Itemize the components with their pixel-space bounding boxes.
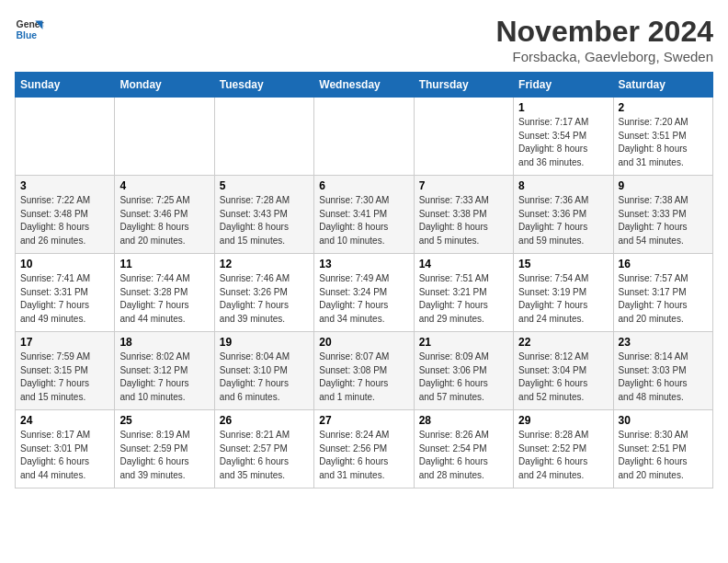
day-info: Sunrise: 8:12 AM Sunset: 3:04 PM Dayligh… bbox=[518, 350, 608, 404]
calendar-cell bbox=[414, 98, 513, 176]
calendar-week-row: 10Sunrise: 7:41 AM Sunset: 3:31 PM Dayli… bbox=[16, 254, 713, 332]
day-info: Sunrise: 7:51 AM Sunset: 3:21 PM Dayligh… bbox=[419, 272, 508, 326]
calendar-cell: 22Sunrise: 8:12 AM Sunset: 3:04 PM Dayli… bbox=[514, 332, 613, 410]
calendar-cell: 30Sunrise: 8:30 AM Sunset: 2:51 PM Dayli… bbox=[613, 410, 712, 488]
day-number: 20 bbox=[319, 336, 408, 349]
calendar-table: SundayMondayTuesdayWednesdayThursdayFrid… bbox=[15, 72, 713, 488]
calendar-cell: 4Sunrise: 7:25 AM Sunset: 3:46 PM Daylig… bbox=[115, 176, 214, 254]
day-number: 15 bbox=[518, 258, 608, 270]
calendar-cell: 26Sunrise: 8:21 AM Sunset: 2:57 PM Dayli… bbox=[214, 410, 313, 488]
calendar-cell: 23Sunrise: 8:14 AM Sunset: 3:03 PM Dayli… bbox=[613, 332, 712, 410]
day-info: Sunrise: 7:46 AM Sunset: 3:26 PM Dayligh… bbox=[220, 272, 309, 326]
calendar-cell: 28Sunrise: 8:26 AM Sunset: 2:54 PM Dayli… bbox=[414, 410, 513, 488]
day-number: 14 bbox=[419, 258, 508, 270]
day-number: 17 bbox=[20, 336, 109, 349]
day-number: 30 bbox=[619, 414, 708, 427]
day-info: Sunrise: 7:33 AM Sunset: 3:38 PM Dayligh… bbox=[419, 194, 508, 247]
calendar-cell: 11Sunrise: 7:44 AM Sunset: 3:28 PM Dayli… bbox=[115, 254, 214, 332]
page-header: General Blue November 2024 Forsbacka, Ga… bbox=[15, 15, 713, 64]
day-number: 9 bbox=[619, 179, 708, 192]
calendar-cell: 5Sunrise: 7:28 AM Sunset: 3:43 PM Daylig… bbox=[214, 176, 313, 254]
day-number: 1 bbox=[518, 101, 608, 114]
calendar-cell: 14Sunrise: 7:51 AM Sunset: 3:21 PM Dayli… bbox=[414, 254, 513, 332]
day-number: 2 bbox=[619, 101, 708, 114]
day-number: 21 bbox=[419, 336, 508, 349]
day-info: Sunrise: 8:07 AM Sunset: 3:08 PM Dayligh… bbox=[319, 350, 408, 404]
calendar-week-row: 24Sunrise: 8:17 AM Sunset: 3:01 PM Dayli… bbox=[16, 410, 713, 488]
calendar-cell: 21Sunrise: 8:09 AM Sunset: 3:06 PM Dayli… bbox=[414, 332, 513, 410]
weekday-header: Wednesday bbox=[314, 73, 414, 98]
weekday-header-row: SundayMondayTuesdayWednesdayThursdayFrid… bbox=[16, 73, 713, 98]
day-info: Sunrise: 7:41 AM Sunset: 3:31 PM Dayligh… bbox=[20, 272, 109, 326]
day-info: Sunrise: 7:49 AM Sunset: 3:24 PM Dayligh… bbox=[319, 272, 408, 326]
day-info: Sunrise: 7:28 AM Sunset: 3:43 PM Dayligh… bbox=[220, 194, 309, 247]
day-number: 16 bbox=[619, 258, 708, 270]
day-info: Sunrise: 7:59 AM Sunset: 3:15 PM Dayligh… bbox=[20, 350, 109, 404]
calendar-cell: 15Sunrise: 7:54 AM Sunset: 3:19 PM Dayli… bbox=[514, 254, 613, 332]
calendar-cell: 17Sunrise: 7:59 AM Sunset: 3:15 PM Dayli… bbox=[16, 332, 115, 410]
day-number: 29 bbox=[518, 414, 608, 427]
day-info: Sunrise: 8:14 AM Sunset: 3:03 PM Dayligh… bbox=[619, 350, 708, 404]
day-info: Sunrise: 7:36 AM Sunset: 3:36 PM Dayligh… bbox=[518, 194, 608, 247]
weekday-header: Monday bbox=[115, 73, 214, 98]
day-info: Sunrise: 7:22 AM Sunset: 3:48 PM Dayligh… bbox=[20, 194, 109, 247]
day-info: Sunrise: 8:26 AM Sunset: 2:54 PM Dayligh… bbox=[419, 429, 508, 482]
day-info: Sunrise: 7:30 AM Sunset: 3:41 PM Dayligh… bbox=[319, 194, 408, 247]
day-info: Sunrise: 8:30 AM Sunset: 2:51 PM Dayligh… bbox=[619, 429, 708, 482]
day-info: Sunrise: 8:04 AM Sunset: 3:10 PM Dayligh… bbox=[220, 350, 309, 404]
calendar-week-row: 3Sunrise: 7:22 AM Sunset: 3:48 PM Daylig… bbox=[16, 176, 713, 254]
title-block: November 2024 Forsbacka, Gaevleborg, Swe… bbox=[495, 15, 713, 64]
svg-text:Blue: Blue bbox=[17, 30, 38, 40]
calendar-cell bbox=[16, 98, 115, 176]
weekday-header: Thursday bbox=[414, 73, 513, 98]
calendar-cell: 20Sunrise: 8:07 AM Sunset: 3:08 PM Dayli… bbox=[314, 332, 414, 410]
day-number: 18 bbox=[119, 336, 209, 349]
calendar-cell: 13Sunrise: 7:49 AM Sunset: 3:24 PM Dayli… bbox=[314, 254, 414, 332]
calendar-subtitle: Forsbacka, Gaevleborg, Sweden bbox=[495, 49, 713, 64]
day-number: 27 bbox=[319, 414, 408, 427]
day-number: 13 bbox=[319, 258, 408, 270]
day-number: 22 bbox=[518, 336, 608, 349]
calendar-cell: 25Sunrise: 8:19 AM Sunset: 2:59 PM Dayli… bbox=[115, 410, 214, 488]
day-info: Sunrise: 8:09 AM Sunset: 3:06 PM Dayligh… bbox=[419, 350, 508, 404]
day-info: Sunrise: 8:28 AM Sunset: 2:52 PM Dayligh… bbox=[518, 429, 608, 482]
day-info: Sunrise: 7:20 AM Sunset: 3:51 PM Dayligh… bbox=[619, 116, 708, 169]
calendar-cell: 3Sunrise: 7:22 AM Sunset: 3:48 PM Daylig… bbox=[16, 176, 115, 254]
day-number: 23 bbox=[619, 336, 708, 349]
calendar-cell: 1Sunrise: 7:17 AM Sunset: 3:54 PM Daylig… bbox=[514, 98, 613, 176]
calendar-cell: 16Sunrise: 7:57 AM Sunset: 3:17 PM Dayli… bbox=[613, 254, 712, 332]
day-number: 8 bbox=[518, 179, 608, 192]
day-number: 19 bbox=[220, 336, 309, 349]
calendar-cell: 18Sunrise: 8:02 AM Sunset: 3:12 PM Dayli… bbox=[115, 332, 214, 410]
day-info: Sunrise: 7:25 AM Sunset: 3:46 PM Dayligh… bbox=[119, 194, 209, 247]
day-number: 26 bbox=[220, 414, 309, 427]
calendar-cell: 12Sunrise: 7:46 AM Sunset: 3:26 PM Dayli… bbox=[214, 254, 313, 332]
day-info: Sunrise: 8:17 AM Sunset: 3:01 PM Dayligh… bbox=[20, 429, 109, 482]
calendar-cell: 29Sunrise: 8:28 AM Sunset: 2:52 PM Dayli… bbox=[514, 410, 613, 488]
logo: General Blue bbox=[15, 15, 44, 44]
calendar-cell bbox=[214, 98, 313, 176]
day-number: 6 bbox=[319, 179, 408, 192]
day-info: Sunrise: 8:19 AM Sunset: 2:59 PM Dayligh… bbox=[119, 429, 209, 482]
weekday-header: Tuesday bbox=[214, 73, 313, 98]
day-info: Sunrise: 7:38 AM Sunset: 3:33 PM Dayligh… bbox=[619, 194, 708, 247]
calendar-cell: 6Sunrise: 7:30 AM Sunset: 3:41 PM Daylig… bbox=[314, 176, 414, 254]
day-number: 4 bbox=[119, 179, 209, 192]
calendar-cell: 10Sunrise: 7:41 AM Sunset: 3:31 PM Dayli… bbox=[16, 254, 115, 332]
day-info: Sunrise: 8:02 AM Sunset: 3:12 PM Dayligh… bbox=[119, 350, 209, 404]
day-number: 11 bbox=[119, 258, 209, 270]
day-info: Sunrise: 7:44 AM Sunset: 3:28 PM Dayligh… bbox=[119, 272, 209, 326]
calendar-cell: 19Sunrise: 8:04 AM Sunset: 3:10 PM Dayli… bbox=[214, 332, 313, 410]
day-number: 10 bbox=[20, 258, 109, 270]
weekday-header: Saturday bbox=[613, 73, 712, 98]
day-number: 3 bbox=[20, 179, 109, 192]
day-number: 24 bbox=[20, 414, 109, 427]
calendar-cell: 9Sunrise: 7:38 AM Sunset: 3:33 PM Daylig… bbox=[613, 176, 712, 254]
day-number: 12 bbox=[220, 258, 309, 270]
day-number: 28 bbox=[419, 414, 508, 427]
calendar-week-row: 1Sunrise: 7:17 AM Sunset: 3:54 PM Daylig… bbox=[16, 98, 713, 176]
day-info: Sunrise: 7:54 AM Sunset: 3:19 PM Dayligh… bbox=[518, 272, 608, 326]
weekday-header: Friday bbox=[514, 73, 613, 98]
day-info: Sunrise: 7:17 AM Sunset: 3:54 PM Dayligh… bbox=[518, 116, 608, 169]
day-info: Sunrise: 8:24 AM Sunset: 2:56 PM Dayligh… bbox=[319, 429, 408, 482]
